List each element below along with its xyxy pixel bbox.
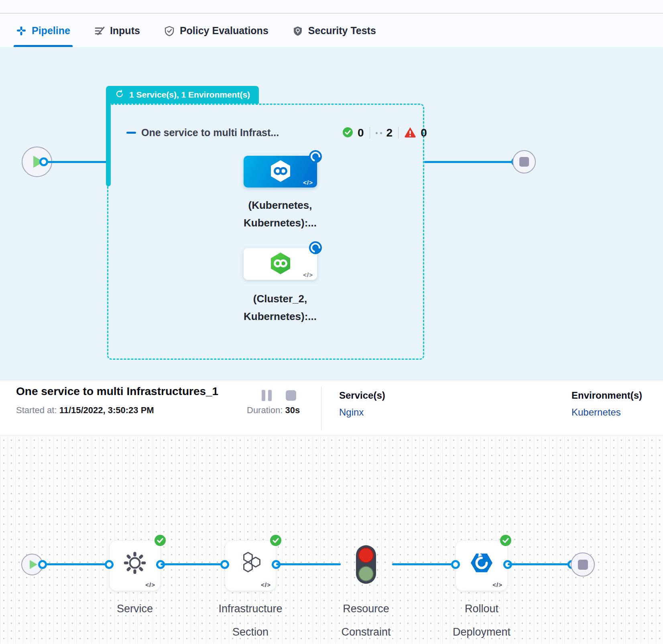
yaml-toggle[interactable]: </> <box>145 581 155 588</box>
failed-count: 0 <box>421 126 427 139</box>
connector-dot <box>38 560 47 569</box>
tab-bar: Pipeline Inputs Policy Evaluations <box>0 14 663 47</box>
policy-shield-check-icon <box>164 26 175 36</box>
environments-block: Environment(s) Kubernetes <box>571 390 642 418</box>
stop-icon <box>578 560 588 570</box>
execution-title: One service to multi Infrastructures_1 <box>16 385 218 398</box>
tab-security-tests-label: Security Tests <box>308 25 376 37</box>
hexagons-icon <box>238 550 263 577</box>
gear-icon <box>122 550 147 577</box>
edge <box>392 563 456 565</box>
step-service-label: Service <box>87 597 183 620</box>
environment-link[interactable]: Kubernetes <box>571 407 642 418</box>
security-shield-icon <box>293 26 303 36</box>
tab-pipeline-label: Pipeline <box>32 25 70 37</box>
step-infrastructure-label: Infrastructure Section <box>202 597 299 644</box>
environments-label: Environment(s) <box>571 390 642 401</box>
stage-group-badge[interactable]: 1 Service(s), 1 Environment(s) <box>106 86 259 104</box>
success-count-icon <box>342 127 353 139</box>
success-check-icon <box>500 535 511 546</box>
running-count: 2 <box>386 126 393 139</box>
started-at-row: Started at: 11/15/2022, 3:50:23 PM <box>16 405 154 416</box>
running-count-icon <box>376 132 382 134</box>
yaml-toggle[interactable]: </> <box>492 581 502 588</box>
matrix-node-label: (Kubernetes, Kubernetes):... <box>220 196 340 232</box>
running-spinner-icon <box>309 241 322 254</box>
matrix-node-label: (Cluster_2, Kubernetes):... <box>220 290 340 325</box>
divider <box>321 387 321 430</box>
service-link[interactable]: Nginx <box>339 407 385 418</box>
duration-row: Duration: 30s <box>247 405 300 416</box>
success-count: 0 <box>358 126 364 139</box>
collapse-stage-button[interactable] <box>126 132 136 134</box>
loop-icon <box>115 89 124 101</box>
connector-dot <box>220 560 229 569</box>
steps-end-node[interactable] <box>571 552 595 577</box>
services-label: Service(s) <box>339 390 385 401</box>
stage-title[interactable]: One service to multi Infrast... <box>141 127 279 139</box>
connector-dot <box>105 560 114 569</box>
edge-start-to-stage <box>44 161 107 163</box>
matrix-node-cluster2[interactable]: </> <box>244 248 317 280</box>
pause-execution-button[interactable] <box>262 390 272 401</box>
tab-inputs[interactable]: Inputs <box>94 14 140 47</box>
stage-group-accent-bar <box>106 104 111 186</box>
step-rollout-deployment[interactable]: </> <box>456 540 508 591</box>
connector-dot <box>451 560 460 569</box>
tab-policy-evaluations-label: Policy Evaluations <box>180 25 268 37</box>
yaml-toggle[interactable]: </> <box>303 271 313 278</box>
top-divider-strip <box>0 0 663 14</box>
duration-value: 30s <box>285 405 300 415</box>
stage-graph-canvas: 1 Service(s), 1 Environment(s) One servi… <box>0 47 663 380</box>
step-resource-constraint[interactable] <box>356 545 376 584</box>
edge <box>508 563 572 565</box>
connector-dot <box>39 157 48 166</box>
edge-stage-to-end <box>424 161 516 163</box>
harness-hexagon-icon <box>270 252 291 277</box>
step-infrastructure-section[interactable]: </> <box>225 540 276 591</box>
green-light-icon <box>358 566 374 581</box>
play-icon <box>30 560 37 569</box>
inputs-icon <box>94 26 105 36</box>
red-light-icon <box>358 548 374 563</box>
yaml-toggle[interactable]: </> <box>303 179 313 186</box>
step-graph-canvas: </> Service </> Infrastructure <box>0 436 663 644</box>
matrix-node-kubernetes[interactable]: </> <box>244 156 317 187</box>
tab-pipeline[interactable]: Pipeline <box>16 14 70 47</box>
pipeline-end-node[interactable] <box>513 150 536 173</box>
stop-execution-button[interactable] <box>286 390 296 401</box>
pipeline-icon <box>16 26 26 36</box>
started-at-value: 11/15/2022, 3:50:23 PM <box>59 405 154 415</box>
duration-label: Duration: <box>247 405 283 415</box>
stage-status-counts: 0 2 0 <box>342 126 427 140</box>
harness-hexagon-icon <box>270 159 291 184</box>
success-check-icon <box>155 535 166 546</box>
execution-info-bar: One service to multi Infrastructures_1 S… <box>0 380 663 436</box>
started-at-label: Started at: <box>16 405 57 415</box>
yaml-toggle[interactable]: </> <box>261 581 271 588</box>
success-check-icon <box>270 535 281 546</box>
stage-group-badge-label: 1 Service(s), 1 Environment(s) <box>129 90 250 100</box>
step-service[interactable]: </> <box>109 540 161 591</box>
tab-inputs-label: Inputs <box>110 25 140 37</box>
edge <box>43 563 109 565</box>
failed-count-icon <box>404 126 416 139</box>
edge <box>276 563 341 565</box>
services-block: Service(s) Nginx <box>339 390 385 418</box>
rollout-deployment-icon <box>469 550 494 577</box>
tab-policy-evaluations[interactable]: Policy Evaluations <box>164 14 268 47</box>
running-spinner-icon <box>309 150 322 163</box>
stop-icon <box>519 157 529 167</box>
edge <box>161 563 225 565</box>
tab-security-tests[interactable]: Security Tests <box>293 14 376 47</box>
step-resource-constraint-label: Resource Constraint <box>318 597 414 644</box>
step-rollout-label: Rollout Deployment <box>433 597 530 644</box>
